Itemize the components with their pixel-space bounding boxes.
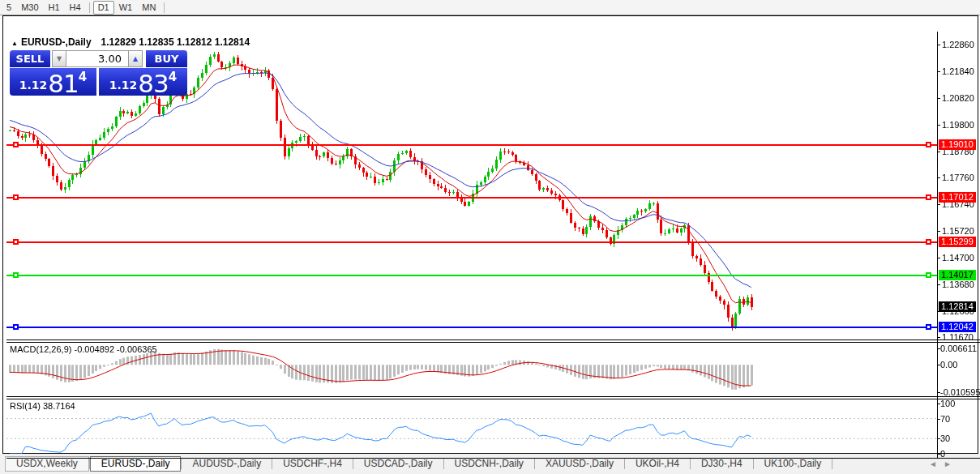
timeframe-button-m30[interactable]: M30 <box>16 2 43 14</box>
sell-price-panel[interactable]: 1.12 81 4 <box>10 68 96 96</box>
chart-header: ▲EURUSD-,Daily1.12829 1.12835 1.12812 1.… <box>11 36 250 48</box>
horizontal-level-line[interactable] <box>6 197 937 199</box>
chevron-up-icon: ▲ <box>133 55 138 62</box>
level-line-handle[interactable] <box>926 239 931 245</box>
sell-button[interactable]: SELL <box>10 50 50 67</box>
level-line-handle[interactable] <box>926 194 931 200</box>
level-line-handle[interactable] <box>13 142 19 147</box>
current-price-label: 1.12814 <box>939 301 976 312</box>
level-line-handle[interactable] <box>926 142 931 147</box>
volume-input[interactable]: 3.00 <box>66 50 129 67</box>
price-axis-tick-label: 1.20820 <box>942 93 974 103</box>
level-line-handle[interactable] <box>13 194 19 200</box>
tab-scroll-right-icon[interactable]: ► <box>944 459 952 468</box>
one-click-trading-panel: SELL ▼ 3.00 ▲ BUY 1.12 81 4 1.12 83 4 <box>10 50 187 96</box>
price-axis-tick-label: 1.15720 <box>942 226 974 236</box>
tab-scroll-left-icon[interactable]: ◄ <box>929 459 937 468</box>
chart-quote-ohlc: 1.12829 1.12835 1.12812 1.12814 <box>101 36 250 48</box>
horizontal-level-line[interactable] <box>6 327 937 328</box>
price-axis-tick-label: 1.14700 <box>942 253 974 263</box>
level-line-handle[interactable] <box>926 272 931 278</box>
symbol-tab-bar: USDX,WeeklyEURUSD-,DailyAUDUSD-,DailyUSD… <box>0 454 980 474</box>
rsi-axis-tick-label: 30 <box>940 433 950 443</box>
horizontal-level-line[interactable] <box>6 275 937 276</box>
price-axis-border <box>937 32 938 458</box>
macd-indicator-label: MACD(12,26,9) -0.004892 -0.006365 <box>10 344 157 354</box>
level-price-label: 1.12042 <box>939 322 976 332</box>
volume-decrease-button[interactable]: ▼ <box>52 50 66 67</box>
price-axis-tick-label: 1.21840 <box>942 66 974 76</box>
toolbar-separator <box>164 2 165 13</box>
chart-window: ▲EURUSD-,Daily1.12829 1.12835 1.12812 1.… <box>2 15 978 454</box>
timeframe-button-mn[interactable]: MN <box>137 2 160 14</box>
price-axis-tick-label: 1.11670 <box>942 332 974 342</box>
pane-separator <box>6 342 980 343</box>
level-price-label: 1.14017 <box>939 270 976 280</box>
timeframe-button-h1[interactable]: H1 <box>44 2 65 14</box>
price-axis-tick-label: 1.22860 <box>942 40 974 49</box>
rsi-canvas[interactable] <box>6 399 937 458</box>
timeframe-button-d1[interactable]: D1 <box>93 1 114 15</box>
price-axis-tick-label: 1.17760 <box>942 173 974 182</box>
collapse-arrow-icon[interactable]: ▲ <box>11 40 18 47</box>
level-line-handle[interactable] <box>13 239 19 245</box>
tab-separator <box>832 459 832 469</box>
macd-axis-tick-label: 0.00 <box>940 360 957 369</box>
level-price-label: 1.17012 <box>939 192 976 203</box>
level-line-handle[interactable] <box>13 272 19 278</box>
sell-price-prefix: 1.12 <box>19 79 48 92</box>
sell-price-pipette: 4 <box>79 70 87 84</box>
date-axis-line <box>6 458 980 459</box>
timeframe-toolbar: 5M30H1H4D1W1MN <box>0 0 980 15</box>
level-line-handle[interactable] <box>926 324 931 330</box>
rsi-indicator-label: RSI(14) 38.7164 <box>10 401 75 411</box>
pane-separator <box>6 399 980 399</box>
volume-increase-button[interactable]: ▲ <box>128 50 143 67</box>
timeframe-button-5[interactable]: 5 <box>2 2 16 14</box>
toolbar-separator <box>89 2 90 13</box>
buy-price-prefix: 1.12 <box>109 79 138 92</box>
sell-price-digits: 81 <box>48 74 78 94</box>
rsi-axis-tick-label: 100 <box>940 399 955 408</box>
buy-button[interactable]: BUY <box>146 50 187 67</box>
horizontal-level-line[interactable] <box>6 241 937 243</box>
level-line-handle[interactable] <box>13 324 19 330</box>
price-axis-tick-label: 1.19800 <box>942 120 974 130</box>
rsi-axis-tick-label: 70 <box>940 414 950 424</box>
level-price-label: 1.15299 <box>939 237 976 247</box>
timeframe-button-h4[interactable]: H4 <box>65 2 86 14</box>
pane-separator[interactable] <box>6 396 980 397</box>
timeframe-button-w1[interactable]: W1 <box>114 2 138 14</box>
horizontal-level-line[interactable] <box>6 144 937 146</box>
chart-symbol-title: EURUSD-,Daily <box>21 36 92 48</box>
chevron-down-icon: ▼ <box>57 55 62 62</box>
price-axis-tick-label: 1.13680 <box>942 280 974 289</box>
macd-axis-tick-label: 0.006611 <box>940 344 977 353</box>
level-price-label: 1.19010 <box>939 139 976 150</box>
pane-separator[interactable] <box>6 339 980 340</box>
buy-price-digits: 83 <box>138 74 168 94</box>
buy-price-pipette: 4 <box>169 70 177 84</box>
buy-price-panel[interactable]: 1.12 83 4 <box>99 68 187 96</box>
